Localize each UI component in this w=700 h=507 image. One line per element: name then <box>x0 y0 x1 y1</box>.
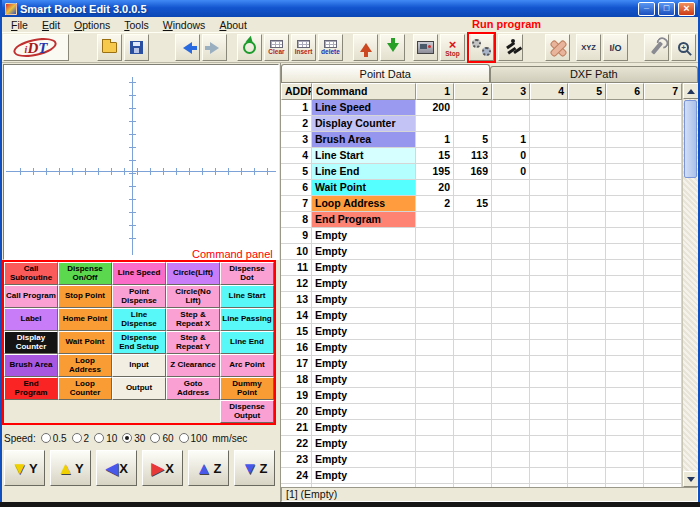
vertical-scrollbar[interactable] <box>682 83 698 487</box>
table-row[interactable]: 16Empty <box>281 340 682 356</box>
menu-item-about[interactable]: About <box>212 19 253 31</box>
table-row[interactable]: 8End Program <box>281 212 682 228</box>
maximize-button[interactable] <box>658 2 675 16</box>
menu-item-file[interactable]: File <box>4 19 35 31</box>
move-up-button[interactable] <box>353 34 378 61</box>
command-button-end-program[interactable]: End Program <box>4 377 58 400</box>
command-button-circle-no-lift[interactable]: Circle(No Lift) <box>166 285 220 308</box>
table-row[interactable]: 15Empty <box>281 324 682 340</box>
run-program-button[interactable]: Run program <box>469 34 494 61</box>
table-row[interactable]: 14Empty <box>281 308 682 324</box>
plot-area[interactable] <box>3 64 279 260</box>
command-button-line-start[interactable]: Line Start <box>220 285 274 308</box>
tab-dxf-path[interactable]: DXF Path <box>490 66 699 82</box>
table-row[interactable]: 6Wait Point20 <box>281 180 682 196</box>
speed-radio-60[interactable]: 60 <box>150 433 173 444</box>
command-button-display-counter[interactable]: Display Counter <box>4 331 58 354</box>
table-row[interactable]: 20Empty <box>281 404 682 420</box>
jog-button-y-up[interactable]: ▲Y <box>50 450 91 486</box>
table-row[interactable]: 17Empty <box>281 356 682 372</box>
back-button[interactable] <box>175 34 200 61</box>
speed-radio-0-5[interactable]: 0.5 <box>41 433 67 444</box>
runner-button[interactable] <box>498 34 523 61</box>
forward-button[interactable] <box>202 34 227 61</box>
table-row[interactable]: 23Empty <box>281 452 682 468</box>
command-button-dispense-end-setup[interactable]: Dispense End Setup <box>112 331 166 354</box>
command-button-line-end[interactable]: Line End <box>220 331 274 354</box>
machine-button[interactable] <box>413 34 438 61</box>
menu-item-edit[interactable]: Edit <box>35 19 67 31</box>
speed-radio-30[interactable]: 30 <box>122 433 145 444</box>
command-button-home-point[interactable]: Home Point <box>58 308 112 331</box>
command-button-loop-counter[interactable]: Loop Counter <box>58 377 112 400</box>
table-row[interactable]: 5Line End1951690 <box>281 164 682 180</box>
zoom-button[interactable] <box>671 34 696 61</box>
table-row[interactable]: 4Line Start151130 <box>281 148 682 164</box>
close-button[interactable] <box>678 2 695 16</box>
command-button-z-clearance[interactable]: Z Clearance <box>166 354 220 377</box>
table-row[interactable]: 3Brush Area151 <box>281 132 682 148</box>
command-button-brush-area[interactable]: Brush Area <box>4 354 58 377</box>
scroll-down-button[interactable] <box>683 471 698 487</box>
command-button-call-program[interactable]: Call Program <box>4 285 58 308</box>
table-row[interactable]: 2Display Counter <box>281 116 682 132</box>
io-button[interactable]: I/O <box>603 34 628 61</box>
menu-item-windows[interactable]: Windows <box>156 19 213 31</box>
scroll-up-button[interactable] <box>683 83 698 99</box>
jog-button-z-down[interactable]: ▼Z <box>234 450 275 486</box>
table-row[interactable]: 21Empty <box>281 420 682 436</box>
jog-button-x-right[interactable]: ▶X <box>142 450 183 486</box>
command-button-step-repeat-y[interactable]: Step & Repeat Y <box>166 331 220 354</box>
command-button-circle-lift[interactable]: Circle(Lift) <box>166 262 220 285</box>
table-row[interactable]: 18Empty <box>281 372 682 388</box>
command-button-dispense-on-off[interactable]: Dispense On/Off <box>58 262 112 285</box>
jog-button-y-down[interactable]: ▼Y <box>4 450 45 486</box>
command-button-line-dispense[interactable]: Line Dispense <box>112 308 166 331</box>
command-button-input[interactable]: Input <box>112 354 166 377</box>
tab-point-data[interactable]: Point Data <box>281 64 490 82</box>
open-button[interactable] <box>97 34 122 61</box>
command-button-line-passing[interactable]: Line Passing <box>220 308 274 331</box>
command-button-step-repeat-x[interactable]: Step & Repeat X <box>166 308 220 331</box>
insert-button[interactable]: Insert <box>291 34 316 61</box>
command-button-point-dispense[interactable]: Point Dispense <box>112 285 166 308</box>
logo-button[interactable]: iDT <box>3 34 69 61</box>
command-button-goto-address[interactable]: Goto Address <box>166 377 220 400</box>
bandaid-button[interactable] <box>545 34 570 61</box>
refresh-button[interactable] <box>237 34 262 61</box>
save-button[interactable] <box>124 34 149 61</box>
command-button-call-subroutine[interactable]: Call Subroutine <box>4 262 58 285</box>
jog-button-x-left[interactable]: ◀X <box>96 450 137 486</box>
table-row[interactable]: 9Empty <box>281 228 682 244</box>
table-row[interactable]: 1Line Speed200 <box>281 100 682 116</box>
command-button-loop-address[interactable]: Loop Address <box>58 354 112 377</box>
command-button-output[interactable]: Output <box>112 377 166 400</box>
command-button-dispense-output[interactable]: Dispense Output <box>220 400 274 423</box>
table-row[interactable]: 25Empty <box>281 484 682 487</box>
speed-radio-100[interactable]: 100 <box>179 433 208 444</box>
command-button-wait-point[interactable]: Wait Point <box>58 331 112 354</box>
jog-button-z-up[interactable]: ▲Z <box>188 450 229 486</box>
speed-radio-2[interactable]: 2 <box>72 433 90 444</box>
command-button-line-speed[interactable]: Line Speed <box>112 262 166 285</box>
clear-button[interactable]: Clear <box>264 34 289 61</box>
table-row[interactable]: 11Empty <box>281 260 682 276</box>
table-row[interactable]: 7Loop Address215 <box>281 196 682 212</box>
command-button-dispense-dot[interactable]: Dispense Dot <box>220 262 274 285</box>
table-row[interactable]: 22Empty <box>281 436 682 452</box>
command-button-arc-point[interactable]: Arc Point <box>220 354 274 377</box>
tools-button[interactable] <box>644 34 669 61</box>
stop-button[interactable]: Stop <box>440 34 465 61</box>
table-row[interactable]: 10Empty <box>281 244 682 260</box>
table-row[interactable]: 13Empty <box>281 292 682 308</box>
delete-button[interactable]: delete <box>318 34 343 61</box>
scrollbar-thumb[interactable] <box>684 100 697 178</box>
command-button-label[interactable]: Label <box>4 308 58 331</box>
menu-item-tools[interactable]: Tools <box>117 19 156 31</box>
xyz-button[interactable]: XYZ <box>576 34 601 61</box>
title-bar[interactable]: Smart Robot Edit 3.0.0.5 <box>2 0 698 17</box>
menu-item-options[interactable]: Options <box>67 19 117 31</box>
table-row[interactable]: 24Empty <box>281 468 682 484</box>
speed-radio-10[interactable]: 10 <box>94 433 117 444</box>
command-button-stop-point[interactable]: Stop Point <box>58 285 112 308</box>
